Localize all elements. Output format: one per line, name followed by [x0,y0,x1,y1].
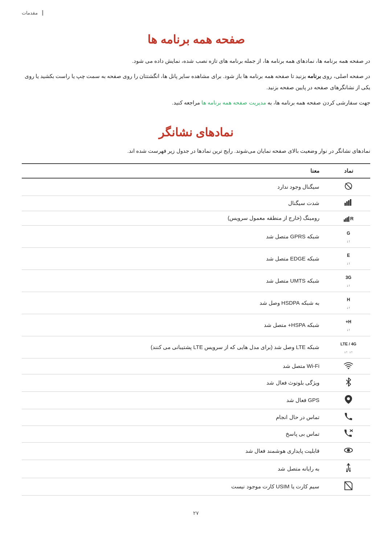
icon-cell: G↑↓ [327,225,370,247]
table-row: GPS فعال شد [22,391,370,409]
meaning-cell: Wi-Fi متصل شد [22,358,327,374]
svg-rect-19 [346,471,348,472]
section2-intro: نمادهای نشانگر در نوار وضعیت بالای صفحه … [22,145,370,157]
icon-cell [327,409,370,426]
table-row: H↑↓به شبکه HSDPA وصل شد [22,292,370,314]
table-row: شدت سیگنال [22,196,370,211]
para2-bold: برنامه [307,73,321,79]
table-row: ویژگی بلوتوث فعال شد [22,374,370,391]
table-row: سیگنال وجود ندارد [22,178,370,196]
section1-para1: در صفحه همه برنامه ها، نمادهای همه برنام… [22,55,370,67]
icon-cell [327,391,370,409]
table-row: E↑↓شبکه EDGE متصل شد [22,247,370,270]
icon-cell: R [327,211,370,225]
table-row: H+↑↓شبکه HSPA+ متصل شد [22,314,370,336]
svg-rect-7 [345,218,346,222]
meaning-cell: شدت سیگنال [22,196,327,211]
icons-table: نماد معنا سیگنال وجود نداردشدت سیگنالRرو… [22,163,370,496]
icon-cell [327,196,370,211]
icon-cell [327,478,370,495]
section1-para3: جهت سفارشی کردن صفحه همه برنامه ها، به م… [22,97,370,108]
icon-cell [327,442,370,460]
icon-cell: E↑↓ [327,247,370,270]
icon-cell [327,358,370,374]
svg-rect-6 [344,219,345,222]
meaning-cell: تماس بی پاسخ [22,426,327,442]
meaning-cell: شبکه EDGE متصل شد [22,247,327,270]
icon-cell [327,426,370,442]
meaning-cell: قابلیت پایداری هوشمند فعال شد [22,442,327,460]
table-row: 3G↑↓شبکه UMTS متصل شد [22,270,370,292]
section1-title: صفحه همه برنامه ها [22,33,370,46]
table-row: سیم کارت یا USIM کارت موجود نیست [22,478,370,495]
svg-rect-8 [347,217,348,222]
section-all-apps: صفحه همه برنامه ها در صفحه همه برنامه ها… [22,33,370,108]
svg-rect-2 [344,203,346,206]
svg-point-11 [347,397,350,400]
page-number: ٢٧ [22,510,370,516]
meaning-cell: سیم کارت یا USIM کارت موجود نیست [22,478,327,495]
para3-end: مراجعه کنید. [172,99,201,106]
table-row: تماس در حال انجام [22,409,370,426]
page-container: مقدمات صفحه همه برنامه ها در صفحه همه بر… [0,0,392,554]
icon-cell: H↑↓ [327,292,370,314]
meaning-cell: شبکه GPRS متصل شد [22,225,327,247]
icon-cell [327,374,370,391]
table-row: قابلیت پایداری هوشمند فعال شد [22,442,370,460]
table-row: LTE / 4G↑↓ ↑↓شبکه LTE وصل شد (برای مدل ه… [22,336,370,358]
table-row: تماس بی پاسخ [22,426,370,442]
svg-rect-20 [349,471,351,472]
icon-cell [327,460,370,478]
para2-start: در صفحه اصلی، روی [321,73,370,79]
meaning-cell: تماس در حال انجام [22,409,327,426]
svg-rect-9 [348,216,349,222]
icon-cell: H+↑↓ [327,314,370,336]
meaning-cell: شبکه HSPA+ متصل شد [22,314,327,336]
table-row: G↑↓شبکه GPRS متصل شد [22,225,370,247]
meaning-cell: شبکه UMTS متصل شد [22,270,327,292]
meaning-cell: ویژگی بلوتوث فعال شد [22,374,327,391]
svg-rect-3 [346,201,348,206]
meaning-cell: رومینگ (خارج از منطقه معمول سرویس) [22,211,327,225]
icon-cell: 3G↑↓ [327,270,370,292]
icon-cell [327,178,370,196]
section-status-icons: نمادهای نشانگر نمادهای نشانگر در نوار وض… [22,126,370,496]
svg-rect-5 [350,199,351,206]
meaning-cell: به شبکه HSDPA وصل شد [22,292,327,314]
table-header-row: نماد معنا [22,164,370,178]
meaning-cell: سیگنال وجود ندارد [22,178,327,196]
svg-point-15 [347,449,350,451]
table-row: Rرومینگ (خارج از منطقه معمول سرویس) [22,211,370,225]
svg-line-1 [346,183,351,189]
svg-rect-4 [348,200,350,206]
meaning-cell: به رایانه متصل شد [22,460,327,478]
section1-para2: در صفحه اصلی، روی برنامه بزنید تا صفحه ه… [22,70,370,93]
icon-cell: LTE / 4G↑↓ ↑↓ [327,336,370,358]
breadcrumb: مقدمات [22,10,43,16]
table-row: Wi-Fi متصل شد [22,358,370,374]
col-header-meaning: معنا [22,164,327,178]
svg-point-21 [348,463,349,465]
para3-start: جهت سفارشی کردن صفحه همه برنامه ها، به [266,99,370,106]
col-header-icon: نماد [327,164,370,178]
svg-point-10 [348,368,349,369]
para3-link[interactable]: مدیریت صفحه همه برنامه ها [201,99,266,106]
meaning-cell: GPS فعال شد [22,391,327,409]
section2-title: نمادهای نشانگر [22,126,370,139]
meaning-cell: شبکه LTE وصل شد (برای مدل هایی که از سرو… [22,336,327,358]
table-row: به رایانه متصل شد [22,460,370,478]
